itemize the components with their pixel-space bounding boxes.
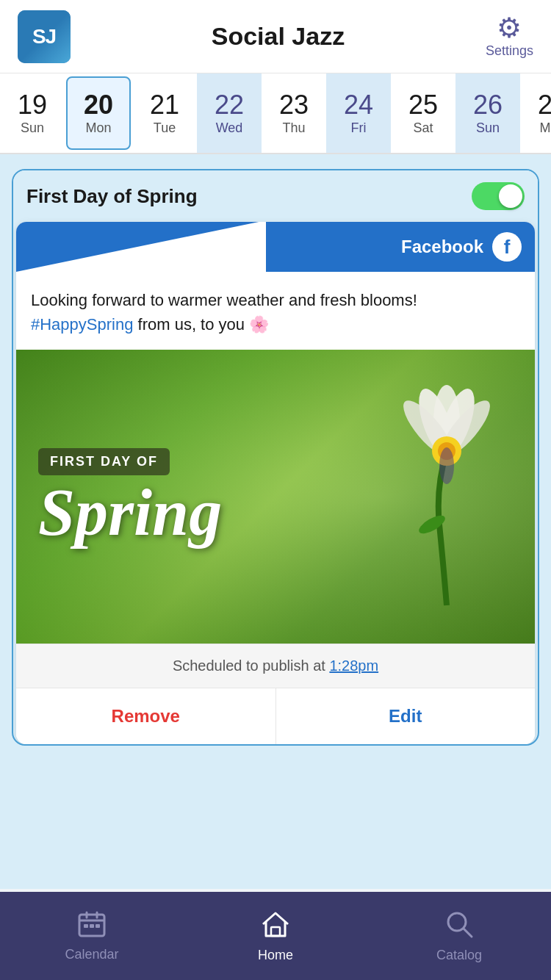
calendar-nav-icon bbox=[77, 910, 107, 943]
post-text-content: Looking forward to warmer weather and fr… bbox=[16, 272, 535, 350]
schedule-time[interactable]: 1:28pm bbox=[329, 657, 378, 674]
event-toggle[interactable] bbox=[472, 182, 525, 210]
svg-line-18 bbox=[464, 929, 472, 937]
post-hashtag: #HappySpring bbox=[31, 315, 133, 334]
settings-button[interactable]: ⚙ Settings bbox=[486, 14, 533, 59]
app-logo: SJ bbox=[18, 10, 71, 63]
calendar-day-22[interactable]: 22 Wed bbox=[197, 73, 262, 153]
home-nav-icon bbox=[260, 909, 291, 943]
edit-button[interactable]: Edit bbox=[276, 688, 536, 744]
spring-cursive-title: Spring bbox=[38, 480, 222, 546]
svg-rect-14 bbox=[90, 924, 94, 928]
svg-rect-15 bbox=[96, 924, 100, 928]
calendar-day-25[interactable]: 25 Sat bbox=[391, 73, 455, 153]
flower-decoration bbox=[373, 378, 520, 616]
calendar-day-21[interactable]: 21 Tue bbox=[132, 73, 197, 153]
nav-catalog[interactable]: Catalog bbox=[367, 902, 551, 970]
gear-icon: ⚙ bbox=[497, 14, 522, 42]
svg-rect-16 bbox=[271, 927, 280, 936]
event-header: First Day of Spring bbox=[13, 170, 538, 222]
toggle-thumb bbox=[499, 184, 522, 208]
facebook-banner: Facebook f bbox=[16, 222, 535, 272]
nav-home[interactable]: Home bbox=[184, 902, 367, 970]
calendar-day-19[interactable]: 19 Sun bbox=[0, 73, 65, 153]
facebook-icon: f bbox=[492, 232, 522, 262]
svg-point-7 bbox=[439, 447, 454, 484]
search-nav-icon bbox=[444, 909, 474, 943]
settings-label: Settings bbox=[486, 43, 533, 59]
post-text-after: from us, to you 🌸 bbox=[133, 315, 269, 334]
post-text-before: Looking forward to warmer weather and fr… bbox=[31, 291, 417, 309]
post-card: Facebook f Looking forward to warmer wea… bbox=[16, 222, 535, 744]
bottom-navigation: Calendar Home Catalog bbox=[0, 892, 551, 980]
calendar-day-27[interactable]: 27 Mon bbox=[520, 73, 551, 153]
app-header: SJ Social Jazz ⚙ Settings bbox=[0, 0, 551, 73]
spring-text-box: FIRST DAY OF Spring bbox=[38, 448, 222, 546]
schedule-bar: Scheduled to publish at 1:28pm bbox=[16, 644, 535, 688]
nav-calendar-label: Calendar bbox=[65, 947, 118, 962]
nav-home-label: Home bbox=[258, 948, 293, 963]
event-title: First Day of Spring bbox=[26, 185, 198, 208]
calendar-strip: 19 Sun 20 Mon 21 Tue 22 Wed 23 Thu 24 Fr… bbox=[0, 73, 551, 154]
nav-calendar[interactable]: Calendar bbox=[0, 903, 184, 970]
platform-label: Facebook bbox=[401, 237, 483, 257]
calendar-day-26[interactable]: 26 Sun bbox=[455, 73, 520, 153]
main-content: First Day of Spring Facebook f Looking f… bbox=[0, 154, 551, 889]
nav-catalog-label: Catalog bbox=[436, 948, 482, 963]
event-outer-card: First Day of Spring Facebook f Looking f… bbox=[12, 169, 539, 746]
first-day-badge: FIRST DAY OF bbox=[38, 448, 170, 475]
schedule-text: Scheduled to publish at bbox=[173, 657, 330, 674]
logo-text: SJ bbox=[32, 25, 56, 48]
spring-image: FIRST DAY OF Spring bbox=[16, 350, 535, 644]
calendar-day-20[interactable]: 20 Mon bbox=[66, 76, 131, 150]
calendar-day-23[interactable]: 23 Thu bbox=[262, 73, 326, 153]
calendar-day-24[interactable]: 24 Fri bbox=[326, 73, 391, 153]
action-buttons: Remove Edit bbox=[16, 688, 535, 744]
svg-rect-13 bbox=[84, 924, 88, 928]
app-title: Social Jazz bbox=[212, 22, 345, 51]
remove-button[interactable]: Remove bbox=[16, 688, 276, 744]
